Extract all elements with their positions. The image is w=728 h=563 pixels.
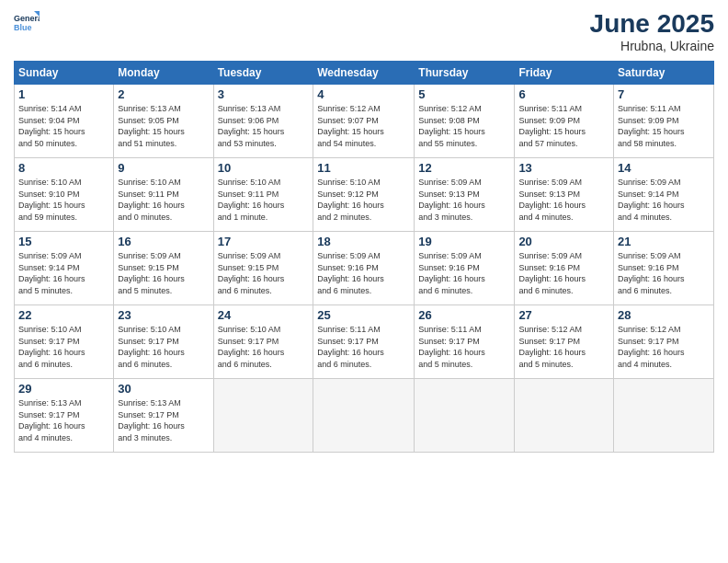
day-info: Sunrise: 5:12 AMSunset: 9:17 PMDaylight:… <box>618 325 685 369</box>
table-row: 6Sunrise: 5:11 AMSunset: 9:09 PMDaylight… <box>515 85 614 158</box>
table-row <box>313 379 415 453</box>
table-row: 19Sunrise: 5:09 AMSunset: 9:16 PMDayligh… <box>415 232 515 305</box>
day-number: 16 <box>118 235 209 248</box>
day-info: Sunrise: 5:09 AMSunset: 9:13 PMDaylight:… <box>518 178 586 222</box>
day-number: 8 <box>18 161 109 175</box>
day-number: 20 <box>518 235 609 248</box>
day-number: 7 <box>618 87 710 101</box>
page-header: General Blue June 2025 Hrubna, Ukraine <box>14 9 714 53</box>
table-row: 28Sunrise: 5:12 AMSunset: 9:17 PMDayligh… <box>614 305 714 379</box>
day-info: Sunrise: 5:13 AMSunset: 9:06 PMDaylight:… <box>218 104 285 148</box>
table-row: 8Sunrise: 5:10 AMSunset: 9:10 PMDaylight… <box>15 158 114 232</box>
table-row: 29Sunrise: 5:13 AMSunset: 9:17 PMDayligh… <box>15 379 114 453</box>
day-number: 11 <box>317 161 410 175</box>
day-info: Sunrise: 5:10 AMSunset: 9:12 PMDaylight:… <box>317 178 384 222</box>
day-number: 18 <box>317 235 410 248</box>
day-number: 6 <box>518 87 609 101</box>
day-number: 13 <box>518 161 609 175</box>
day-info: Sunrise: 5:09 AMSunset: 9:16 PMDaylight:… <box>418 251 485 295</box>
day-number: 27 <box>518 308 609 322</box>
day-info: Sunrise: 5:11 AMSunset: 9:09 PMDaylight:… <box>518 104 586 148</box>
subtitle: Hrubna, Ukraine <box>590 39 714 53</box>
col-thursday: Thursday <box>415 62 515 85</box>
day-info: Sunrise: 5:14 AMSunset: 9:04 PMDaylight:… <box>18 104 85 148</box>
day-number: 30 <box>118 382 209 396</box>
day-number: 28 <box>618 308 710 322</box>
logo: General Blue <box>14 9 43 39</box>
table-row: 12Sunrise: 5:09 AMSunset: 9:13 PMDayligh… <box>415 158 515 232</box>
table-row: 21Sunrise: 5:09 AMSunset: 9:16 PMDayligh… <box>614 232 714 305</box>
col-saturday: Saturday <box>614 62 714 85</box>
day-number: 14 <box>618 161 710 175</box>
day-info: Sunrise: 5:11 AMSunset: 9:17 PMDaylight:… <box>317 325 384 369</box>
calendar-week-row: 22Sunrise: 5:10 AMSunset: 9:17 PMDayligh… <box>15 305 714 379</box>
calendar-week-row: 15Sunrise: 5:09 AMSunset: 9:14 PMDayligh… <box>15 232 714 305</box>
day-number: 2 <box>118 87 209 101</box>
table-row: 10Sunrise: 5:10 AMSunset: 9:11 PMDayligh… <box>213 158 313 232</box>
table-row: 20Sunrise: 5:09 AMSunset: 9:16 PMDayligh… <box>515 232 614 305</box>
day-info: Sunrise: 5:10 AMSunset: 9:17 PMDaylight:… <box>18 325 85 369</box>
table-row: 2Sunrise: 5:13 AMSunset: 9:05 PMDaylight… <box>114 85 213 158</box>
table-row: 4Sunrise: 5:12 AMSunset: 9:07 PMDaylight… <box>313 85 415 158</box>
day-info: Sunrise: 5:09 AMSunset: 9:15 PMDaylight:… <box>218 251 285 295</box>
table-row <box>614 379 714 453</box>
table-row: 5Sunrise: 5:12 AMSunset: 9:08 PMDaylight… <box>415 85 515 158</box>
table-row: 23Sunrise: 5:10 AMSunset: 9:17 PMDayligh… <box>114 305 213 379</box>
day-info: Sunrise: 5:12 AMSunset: 9:08 PMDaylight:… <box>418 104 485 148</box>
day-number: 24 <box>218 308 310 322</box>
calendar-header-row: Sunday Monday Tuesday Wednesday Thursday… <box>15 62 714 85</box>
table-row: 9Sunrise: 5:10 AMSunset: 9:11 PMDaylight… <box>114 158 213 232</box>
calendar-week-row: 1Sunrise: 5:14 AMSunset: 9:04 PMDaylight… <box>15 85 714 158</box>
day-number: 25 <box>317 308 410 322</box>
day-info: Sunrise: 5:10 AMSunset: 9:17 PMDaylight:… <box>218 325 285 369</box>
col-friday: Friday <box>515 62 614 85</box>
day-info: Sunrise: 5:13 AMSunset: 9:17 PMDaylight:… <box>118 398 185 442</box>
day-number: 9 <box>118 161 209 175</box>
table-row <box>515 379 614 453</box>
main-title: June 2025 <box>590 9 714 39</box>
table-row: 26Sunrise: 5:11 AMSunset: 9:17 PMDayligh… <box>415 305 515 379</box>
table-row: 11Sunrise: 5:10 AMSunset: 9:12 PMDayligh… <box>313 158 415 232</box>
day-info: Sunrise: 5:09 AMSunset: 9:14 PMDaylight:… <box>18 251 85 295</box>
day-info: Sunrise: 5:10 AMSunset: 9:11 PMDaylight:… <box>218 178 285 222</box>
day-info: Sunrise: 5:10 AMSunset: 9:11 PMDaylight:… <box>118 178 185 222</box>
table-row: 13Sunrise: 5:09 AMSunset: 9:13 PMDayligh… <box>515 158 614 232</box>
col-tuesday: Tuesday <box>213 62 313 85</box>
day-number: 5 <box>418 87 510 101</box>
col-monday: Monday <box>114 62 213 85</box>
day-info: Sunrise: 5:11 AMSunset: 9:17 PMDaylight:… <box>418 325 485 369</box>
table-row: 1Sunrise: 5:14 AMSunset: 9:04 PMDaylight… <box>15 85 114 158</box>
day-number: 22 <box>18 308 109 322</box>
day-number: 29 <box>18 382 109 396</box>
day-number: 26 <box>418 308 510 322</box>
day-info: Sunrise: 5:10 AMSunset: 9:17 PMDaylight:… <box>118 325 185 369</box>
calendar-week-row: 29Sunrise: 5:13 AMSunset: 9:17 PMDayligh… <box>15 379 714 453</box>
day-number: 15 <box>18 235 109 248</box>
table-row: 3Sunrise: 5:13 AMSunset: 9:06 PMDaylight… <box>213 85 313 158</box>
col-wednesday: Wednesday <box>313 62 415 85</box>
table-row: 16Sunrise: 5:09 AMSunset: 9:15 PMDayligh… <box>114 232 213 305</box>
table-row: 27Sunrise: 5:12 AMSunset: 9:17 PMDayligh… <box>515 305 614 379</box>
day-info: Sunrise: 5:10 AMSunset: 9:10 PMDaylight:… <box>18 178 85 222</box>
day-number: 1 <box>18 87 109 101</box>
table-row: 30Sunrise: 5:13 AMSunset: 9:17 PMDayligh… <box>114 379 213 453</box>
table-row <box>415 379 515 453</box>
calendar-week-row: 8Sunrise: 5:10 AMSunset: 9:10 PMDaylight… <box>15 158 714 232</box>
day-info: Sunrise: 5:09 AMSunset: 9:16 PMDaylight:… <box>317 251 384 295</box>
table-row: 17Sunrise: 5:09 AMSunset: 9:15 PMDayligh… <box>213 232 313 305</box>
day-number: 21 <box>618 235 710 248</box>
day-info: Sunrise: 5:12 AMSunset: 9:07 PMDaylight:… <box>317 104 384 148</box>
logo-icon: General Blue <box>14 9 40 35</box>
table-row: 22Sunrise: 5:10 AMSunset: 9:17 PMDayligh… <box>15 305 114 379</box>
col-sunday: Sunday <box>15 62 114 85</box>
day-info: Sunrise: 5:09 AMSunset: 9:16 PMDaylight:… <box>618 251 685 295</box>
day-info: Sunrise: 5:11 AMSunset: 9:09 PMDaylight:… <box>618 104 685 148</box>
day-info: Sunrise: 5:09 AMSunset: 9:14 PMDaylight:… <box>618 178 685 222</box>
day-info: Sunrise: 5:09 AMSunset: 9:15 PMDaylight:… <box>118 251 185 295</box>
svg-text:Blue: Blue <box>14 23 32 32</box>
table-row: 18Sunrise: 5:09 AMSunset: 9:16 PMDayligh… <box>313 232 415 305</box>
day-info: Sunrise: 5:13 AMSunset: 9:17 PMDaylight:… <box>18 398 85 442</box>
day-number: 19 <box>418 235 510 248</box>
day-number: 17 <box>218 235 310 248</box>
table-row: 15Sunrise: 5:09 AMSunset: 9:14 PMDayligh… <box>15 232 114 305</box>
